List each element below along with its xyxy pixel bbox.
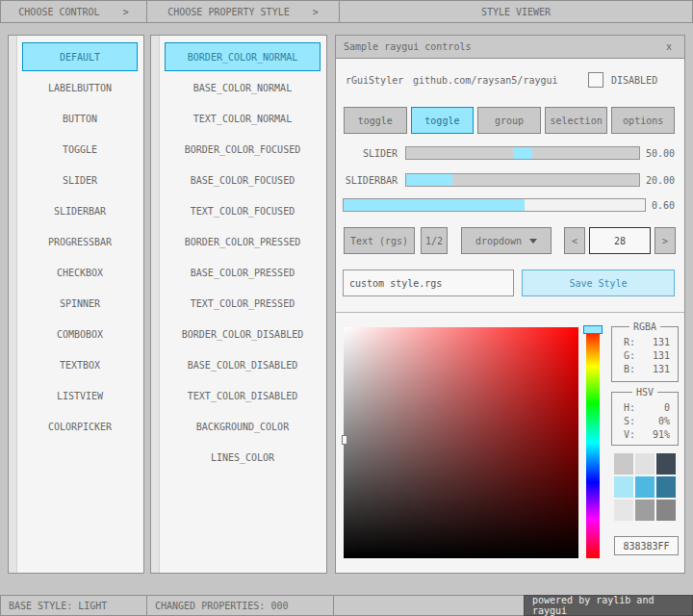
list-item-base-color-pressed[interactable]: BASE_COLOR_PRESSED [165, 258, 321, 287]
properties-list-panel: BORDER_COLOR_NORMALBASE_COLOR_NORMALTEXT… [150, 35, 327, 574]
slider-handle[interactable] [513, 147, 532, 159]
controls-list-scrollbar[interactable] [9, 36, 17, 573]
dropdown-select[interactable]: dropdown [461, 227, 552, 254]
list-item-border-color-pressed[interactable]: BORDER_COLOR_PRESSED [165, 227, 321, 256]
sliderbar[interactable] [405, 173, 640, 187]
app-name-label: rGuiStyler [346, 72, 403, 88]
list-item-listview[interactable]: LISTVIEW [22, 381, 138, 410]
list-item-button[interactable]: BUTTON [22, 104, 138, 133]
controls-list: DEFAULTLABELBUTTONBUTTONTOGGLESLIDERSLID… [22, 42, 138, 441]
color-swatch[interactable] [656, 476, 676, 498]
style-color-swatch-grid [614, 453, 678, 521]
list-item-border-color-focused[interactable]: BORDER_COLOR_FOCUSED [165, 135, 321, 164]
list-item-text-color-focused[interactable]: TEXT_COLOR_FOCUSED [165, 196, 321, 225]
status-bar: BASE STYLE: LIGHT CHANGED PROPERTIES: 00… [0, 595, 693, 616]
topbar-label: CHOOSE CONTROL [18, 7, 99, 17]
list-item-text-color-pressed[interactable]: TEXT_COLOR_PRESSED [165, 289, 321, 318]
dropdown-label: dropdown [475, 236, 522, 246]
color-picker-sv-marker[interactable] [342, 435, 347, 445]
chevron-down-icon [529, 239, 537, 244]
text-rgs-button[interactable]: Text (rgs) [344, 227, 415, 254]
color-picker-hue-handle[interactable] [583, 325, 603, 334]
list-item-base-color-disabled[interactable]: BASE_COLOR_DISABLED [165, 350, 321, 379]
color-swatch[interactable] [635, 500, 654, 521]
list-item-labelbutton[interactable]: LABELBUTTON [22, 73, 138, 102]
status-spacer [333, 595, 525, 616]
controls-list-panel: DEFAULTLABELBUTTONBUTTONTOGGLESLIDERSLID… [8, 35, 144, 574]
hex-color-field[interactable]: 838383FF [614, 536, 679, 555]
list-item-lines-color[interactable]: LINES_COLOR [165, 443, 321, 472]
rgba-group-box: RGBA R: 131 G: 131 B: 131 [611, 326, 679, 382]
status-base-style: BASE STYLE: LIGHT [0, 595, 147, 616]
list-item-combobox[interactable]: COMBOBOX [22, 320, 138, 348]
hsv-v-label: V: [624, 429, 635, 440]
properties-list-scrollbar[interactable] [151, 36, 160, 573]
slider[interactable] [405, 146, 640, 160]
disabled-checkbox[interactable] [588, 72, 603, 88]
rgba-row-b: B: 131 [624, 364, 670, 374]
list-item-checkbox[interactable]: CHECKBOX [22, 258, 138, 287]
toggle-button-4[interactable]: selection [545, 107, 608, 134]
spinner-increment-button[interactable]: > [654, 227, 676, 254]
color-swatch[interactable] [614, 476, 633, 498]
list-item-textbox[interactable]: TEXTBOX [22, 350, 138, 379]
list-item-sliderbar[interactable]: SLIDERBAR [22, 196, 138, 225]
topbar-segment-choose-property-style: CHOOSE PROPERTY STYLE > [146, 0, 340, 23]
section-divider [336, 312, 684, 313]
spinner-decrement-button[interactable]: < [564, 227, 585, 254]
color-swatch[interactable] [635, 453, 654, 475]
window-titlebar[interactable]: Sample raygui controls x [336, 36, 684, 59]
list-item-spinner[interactable]: SPINNER [22, 289, 138, 318]
list-item-text-color-normal[interactable]: TEXT_COLOR_NORMAL [165, 104, 321, 133]
rgba-r-value: 131 [653, 337, 670, 347]
repo-link[interactable]: github.com/raysan5/raygui [413, 72, 558, 88]
hsv-group-title: HSV [632, 387, 657, 398]
topbar-label: CHOOSE PROPERTY STYLE [167, 7, 289, 17]
toggle-button-2-active[interactable]: toggle [411, 107, 475, 134]
save-style-button[interactable]: Save Style [522, 270, 675, 296]
properties-list: BORDER_COLOR_NORMALBASE_COLOR_NORMALTEXT… [165, 42, 321, 472]
progress-bar-value: 0.60 [652, 198, 675, 212]
list-item-toggle[interactable]: TOGGLE [22, 135, 138, 164]
sample-controls-window: Sample raygui controls x rGuiStyler gith… [335, 35, 685, 574]
hsv-h-value: 0 [664, 402, 670, 413]
color-swatch[interactable] [614, 453, 633, 475]
hsv-v-value: 91% [653, 429, 670, 440]
toggle-button-1[interactable]: toggle [344, 107, 407, 134]
list-item-progressbar[interactable]: PROGRESSBAR [22, 227, 138, 256]
half-button[interactable]: 1/2 [421, 227, 448, 254]
color-swatch[interactable] [656, 453, 676, 475]
color-swatch[interactable] [614, 500, 633, 521]
spinner-value-field[interactable]: 28 [589, 227, 651, 254]
color-swatch[interactable] [656, 500, 676, 521]
hsv-s-label: S: [624, 416, 635, 426]
progress-bar-fill [344, 199, 525, 211]
color-swatch[interactable] [635, 476, 654, 498]
list-item-border-color-disabled[interactable]: BORDER_COLOR_DISABLED [165, 320, 321, 348]
hsv-s-value: 0% [658, 416, 670, 426]
disabled-checkbox-label: DISABLED [611, 72, 657, 88]
rgba-b-value: 131 [653, 364, 670, 374]
topbar-segment-choose-control: CHOOSE CONTROL > [0, 0, 147, 23]
list-item-border-color-normal[interactable]: BORDER_COLOR_NORMAL [165, 42, 321, 71]
hsv-row-v: V: 91% [624, 429, 670, 440]
list-item-default[interactable]: DEFAULT [22, 42, 138, 71]
list-item-base-color-normal[interactable]: BASE_COLOR_NORMAL [165, 73, 321, 102]
list-item-slider[interactable]: SLIDER [22, 166, 138, 194]
list-item-text-color-disabled[interactable]: TEXT_COLOR_DISABLED [165, 381, 321, 410]
list-item-base-color-focused[interactable]: BASE_COLOR_FOCUSED [165, 166, 321, 194]
filename-input[interactable] [343, 270, 514, 296]
color-picker-sv-area[interactable] [344, 327, 578, 558]
list-item-background-color[interactable]: BACKGROUND_COLOR [165, 412, 321, 441]
list-item-colorpicker[interactable]: COLORPICKER [22, 412, 138, 441]
window-title: Sample raygui controls [344, 41, 471, 52]
rgba-r-label: R: [624, 337, 635, 347]
close-icon[interactable]: x [661, 39, 677, 55]
rgba-b-label: B: [624, 364, 635, 374]
topbar-label: STYLE VIEWER [481, 7, 551, 17]
color-picker-hue-bar[interactable] [586, 327, 600, 558]
chevron-right-icon: > [313, 7, 319, 17]
toggle-button-3[interactable]: group [477, 107, 541, 134]
toggle-button-5[interactable]: options [611, 107, 675, 134]
topbar-segment-style-viewer: STYLE VIEWER [339, 0, 693, 23]
